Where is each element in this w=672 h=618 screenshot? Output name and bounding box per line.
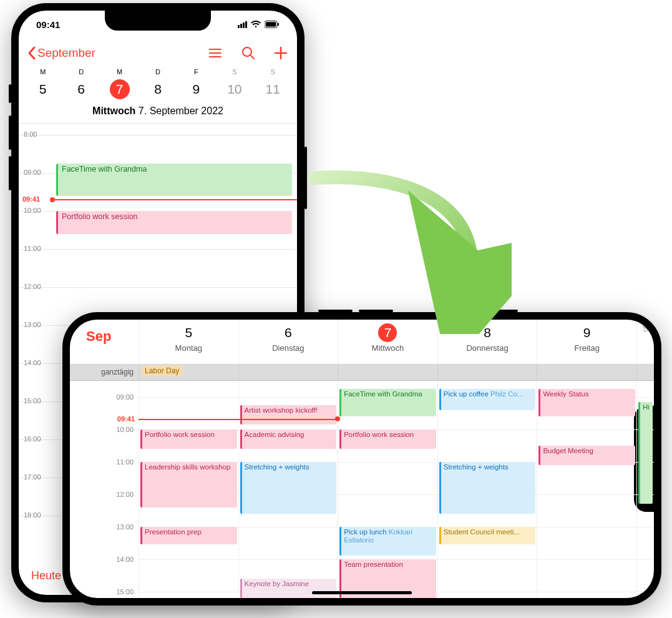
rotation-arrow (281, 159, 512, 334)
list-icon[interactable] (208, 46, 223, 61)
week-grid[interactable]: 09:0010:0011:0012:0013:0014:0015:0009:41… (70, 381, 654, 598)
event[interactable]: Artist workshop kickoff! (240, 405, 337, 424)
day-header-sat[interactable]: S (636, 320, 654, 364)
day-column[interactable]: Pick up coffee Philz Co...Stretching + w… (437, 381, 537, 598)
allday-row: ganztägigLabor Day (70, 365, 654, 381)
status-indicators (238, 20, 280, 29)
hour-label: 11:00 (116, 458, 134, 466)
hour-line (139, 397, 238, 398)
weekday-letter: D (62, 68, 100, 76)
hour-label: 10:00 (116, 426, 134, 433)
allday-slot (238, 365, 338, 380)
event[interactable]: Student Council meeti... (439, 527, 536, 545)
allday-label: ganztägig (70, 365, 139, 380)
event[interactable]: Hi (638, 402, 653, 504)
event[interactable]: Academic advising (240, 429, 337, 449)
hour-label: 16:00 (24, 435, 41, 443)
back-label: September (37, 46, 95, 60)
back-button[interactable]: September (27, 46, 95, 60)
event[interactable]: Stretching + weights (439, 462, 536, 514)
svg-point-4 (209, 52, 210, 54)
weekday-number: 6 (62, 79, 100, 99)
allday-event[interactable]: Labor Day (142, 366, 182, 376)
weekday-cell[interactable]: F9 (177, 68, 215, 99)
svg-rect-2 (278, 23, 279, 26)
add-icon[interactable] (273, 46, 288, 61)
hour-label: 13:00 (24, 321, 41, 328)
allday-slot (437, 365, 537, 380)
hour-label: 14:00 (116, 556, 134, 563)
nav-bar: September (19, 38, 297, 68)
day-column[interactable]: Artist workshop kickoff!Academic advisin… (238, 381, 338, 598)
weekday-number: 11 (254, 79, 292, 99)
day-header[interactable]: 9Freitag (537, 320, 636, 364)
hour-label: 09:00 (24, 169, 41, 176)
weekday-cell[interactable]: D6 (62, 68, 100, 99)
weekday-letter: D (139, 68, 177, 76)
week-row[interactable]: M5D6M7D8F9S10S11 (19, 68, 297, 99)
allday-slot (636, 365, 654, 380)
hour-label: 13:00 (116, 523, 134, 531)
hour-line (338, 462, 437, 463)
wifi-icon (250, 20, 261, 29)
hour-label: 8:00 (24, 130, 37, 138)
hour-line (537, 494, 636, 495)
home-indicator[interactable] (312, 591, 412, 594)
event[interactable]: Stretching + weights (240, 462, 337, 514)
day-column[interactable]: Weekly StatusBudget Meeting (537, 381, 636, 598)
weekday-cell[interactable]: S10 (215, 68, 253, 99)
day-column[interactable]: FaceTime with GrandmaPortfolio work sess… (338, 381, 437, 598)
weekday-number: 10 (215, 79, 253, 99)
search-icon[interactable] (241, 46, 256, 61)
weekday-letter: M (24, 68, 62, 76)
hour-line (637, 397, 654, 398)
hour-label: 15:00 (24, 397, 41, 405)
weekday-number: 5 (24, 79, 62, 99)
event[interactable]: Keynote by Jasmine (240, 579, 337, 598)
event[interactable]: Pick up lunch Kokkari Estiatorio (339, 527, 436, 556)
weekday-cell[interactable]: M7 (100, 68, 139, 99)
hour-line (537, 592, 636, 592)
event[interactable]: Leadership skills workshop (140, 462, 237, 508)
event[interactable]: Presentation prep (140, 527, 237, 545)
today-button[interactable]: Heute (31, 569, 61, 582)
battery-icon (265, 20, 280, 29)
weekday-letter: S (215, 68, 253, 76)
hour-label: 12:00 (24, 283, 41, 290)
chevron-left-icon (27, 46, 36, 60)
hour-line (637, 592, 654, 592)
event[interactable]: Pick up coffee Philz Co... (439, 389, 536, 410)
weekday-number: 9 (177, 79, 215, 99)
allday-slot: Labor Day (139, 365, 238, 380)
time-column: 09:0010:0011:0012:0013:0014:0015:0009:41 (70, 381, 139, 598)
day-column[interactable]: Hi (636, 381, 654, 598)
day-header[interactable]: 5Montag (139, 320, 238, 364)
hour-line (637, 527, 654, 527)
hour-label: 11:00 (24, 245, 41, 252)
day-column[interactable]: Portfolio work sessionLeadership skills … (139, 381, 238, 598)
day-header[interactable]: 6Dienstag (238, 320, 338, 364)
event[interactable]: Portfolio work session (56, 211, 292, 234)
landscape-screen: Sep5Montag6Dienstag7Mittwoch8Donnerstag9… (70, 320, 654, 598)
event[interactable]: Portfolio work session (140, 429, 237, 449)
weekday-cell[interactable]: S11 (254, 68, 292, 99)
day-header[interactable]: 8Donnerstag (437, 320, 537, 364)
hour-line (139, 559, 238, 560)
hour-line: 12:00 (19, 287, 297, 288)
hour-line (537, 429, 636, 430)
event[interactable]: FaceTime with Grandma (339, 389, 436, 416)
event[interactable]: FaceTime with Grandma (56, 164, 292, 196)
weekday-cell[interactable]: M5 (24, 68, 62, 99)
event[interactable]: Portfolio work session (339, 429, 436, 449)
svg-point-3 (209, 49, 210, 50)
weekday-cell[interactable]: D8 (139, 68, 177, 99)
phone-landscape: Sep5Montag6Dienstag7Mittwoch8Donnerstag9… (62, 312, 661, 606)
day-header[interactable]: 7Mittwoch (338, 320, 437, 364)
event[interactable]: Weekly Status (538, 389, 635, 416)
svg-point-5 (209, 56, 210, 57)
month-button[interactable]: Sep (70, 320, 139, 364)
week-header[interactable]: Sep5Montag6Dienstag7Mittwoch8Donnerstag9… (70, 320, 654, 365)
event[interactable]: Budget Meeting (538, 446, 635, 465)
hour-line (239, 397, 338, 398)
hour-line: 11:00 (19, 249, 297, 250)
